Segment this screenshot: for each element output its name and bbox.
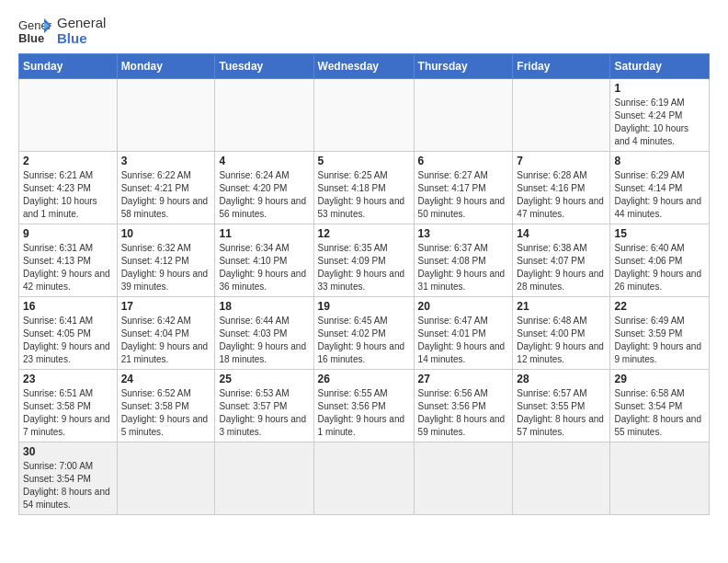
weekday-header-thursday: Thursday [414,54,513,79]
day-info: Sunrise: 6:35 AM Sunset: 4:09 PM Dayligh… [318,242,410,293]
weekday-header-wednesday: Wednesday [313,54,414,79]
day-number: 24 [121,373,211,385]
day-number: 17 [121,300,211,313]
week-row-3: 9Sunrise: 6:31 AM Sunset: 4:13 PM Daylig… [19,224,710,297]
calendar-cell: 9Sunrise: 6:31 AM Sunset: 4:13 PM Daylig… [19,224,118,297]
weekday-header-sunday: Sunday [19,54,118,79]
calendar-cell: 23Sunrise: 6:51 AM Sunset: 3:58 PM Dayli… [19,370,118,442]
day-info: Sunrise: 6:47 AM Sunset: 4:01 PM Dayligh… [418,315,509,366]
calendar-cell [513,442,610,515]
calendar-cell: 17Sunrise: 6:42 AM Sunset: 4:04 PM Dayli… [117,297,215,370]
calendar-cell: 30Sunrise: 7:00 AM Sunset: 3:54 PM Dayli… [19,442,118,515]
day-info: Sunrise: 6:32 AM Sunset: 4:12 PM Dayligh… [121,242,211,293]
calendar-cell: 7Sunrise: 6:28 AM Sunset: 4:16 PM Daylig… [513,152,610,224]
day-number: 30 [23,445,113,458]
day-info: Sunrise: 6:49 AM Sunset: 3:59 PM Dayligh… [614,315,705,366]
calendar-cell: 4Sunrise: 6:24 AM Sunset: 4:20 PM Daylig… [215,152,313,224]
calendar-cell [313,442,414,515]
calendar-cell: 20Sunrise: 6:47 AM Sunset: 4:01 PM Dayli… [414,297,513,370]
calendar-cell: 18Sunrise: 6:44 AM Sunset: 4:03 PM Dayli… [215,297,313,370]
day-info: Sunrise: 6:40 AM Sunset: 4:06 PM Dayligh… [614,242,705,293]
calendar-cell: 28Sunrise: 6:57 AM Sunset: 3:55 PM Dayli… [513,370,610,442]
day-number: 12 [318,227,410,240]
day-info: Sunrise: 6:24 AM Sunset: 4:20 PM Dayligh… [219,169,309,221]
day-info: Sunrise: 6:58 AM Sunset: 3:54 PM Dayligh… [614,387,705,439]
day-number: 2 [23,155,113,167]
day-info: Sunrise: 6:51 AM Sunset: 3:58 PM Dayligh… [23,387,113,439]
calendar-cell: 29Sunrise: 6:58 AM Sunset: 3:54 PM Dayli… [610,370,710,442]
calendar-cell: 19Sunrise: 6:45 AM Sunset: 4:02 PM Dayli… [313,297,414,370]
week-row-4: 16Sunrise: 6:41 AM Sunset: 4:05 PM Dayli… [19,297,710,370]
day-info: Sunrise: 6:45 AM Sunset: 4:02 PM Dayligh… [318,315,410,366]
logo-general: General [57,15,106,30]
calendar-cell: 25Sunrise: 6:53 AM Sunset: 3:57 PM Dayli… [215,370,313,442]
calendar-cell [313,79,414,152]
day-number: 3 [121,155,211,167]
day-number: 1 [614,82,705,95]
calendar-cell [513,79,610,152]
day-info: Sunrise: 6:27 AM Sunset: 4:17 PM Dayligh… [418,169,509,221]
calendar-cell: 26Sunrise: 6:55 AM Sunset: 3:56 PM Dayli… [313,370,414,442]
day-number: 7 [517,155,606,167]
calendar-cell: 6Sunrise: 6:27 AM Sunset: 4:17 PM Daylig… [414,152,513,224]
day-info: Sunrise: 6:57 AM Sunset: 3:55 PM Dayligh… [517,387,606,439]
day-info: Sunrise: 6:44 AM Sunset: 4:03 PM Dayligh… [219,315,309,366]
week-row-6: 30Sunrise: 7:00 AM Sunset: 3:54 PM Dayli… [19,442,710,515]
day-info: Sunrise: 6:28 AM Sunset: 4:16 PM Dayligh… [517,169,606,221]
day-number: 11 [219,227,309,240]
calendar-cell: 12Sunrise: 6:35 AM Sunset: 4:09 PM Dayli… [313,224,414,297]
calendar-cell: 13Sunrise: 6:37 AM Sunset: 4:08 PM Dayli… [414,224,513,297]
calendar-cell: 10Sunrise: 6:32 AM Sunset: 4:12 PM Dayli… [117,224,215,297]
week-row-1: 1Sunrise: 6:19 AM Sunset: 4:24 PM Daylig… [19,79,710,152]
day-info: Sunrise: 6:41 AM Sunset: 4:05 PM Dayligh… [23,315,113,366]
day-info: Sunrise: 6:31 AM Sunset: 4:13 PM Dayligh… [23,242,113,293]
calendar-table: SundayMondayTuesdayWednesdayThursdayFrid… [18,53,710,515]
weekday-header-saturday: Saturday [610,54,710,79]
day-number: 29 [614,373,705,385]
day-info: Sunrise: 6:52 AM Sunset: 3:58 PM Dayligh… [121,387,211,439]
day-info: Sunrise: 6:25 AM Sunset: 4:18 PM Dayligh… [318,169,410,221]
day-info: Sunrise: 6:37 AM Sunset: 4:08 PM Dayligh… [418,242,509,293]
logo-blue: Blue [57,30,106,46]
calendar-cell: 22Sunrise: 6:49 AM Sunset: 3:59 PM Dayli… [610,297,710,370]
day-number: 4 [219,155,309,167]
calendar-cell [414,79,513,152]
calendar-cell: 24Sunrise: 6:52 AM Sunset: 3:58 PM Dayli… [117,370,215,442]
week-row-2: 2Sunrise: 6:21 AM Sunset: 4:23 PM Daylig… [19,152,710,224]
calendar-cell [610,442,710,515]
day-number: 21 [517,300,606,313]
day-info: Sunrise: 6:53 AM Sunset: 3:57 PM Dayligh… [219,387,309,439]
day-number: 26 [318,373,410,385]
day-info: Sunrise: 6:55 AM Sunset: 3:56 PM Dayligh… [318,387,410,439]
calendar-cell: 3Sunrise: 6:22 AM Sunset: 4:21 PM Daylig… [117,152,215,224]
day-info: Sunrise: 6:48 AM Sunset: 4:00 PM Dayligh… [517,315,606,366]
calendar-cell: 8Sunrise: 6:29 AM Sunset: 4:14 PM Daylig… [610,152,710,224]
weekday-header-monday: Monday [117,54,215,79]
day-number: 22 [614,300,705,313]
calendar-cell [414,442,513,515]
weekday-header-row: SundayMondayTuesdayWednesdayThursdayFrid… [19,54,710,79]
day-number: 28 [517,373,606,385]
day-number: 14 [517,227,606,240]
calendar-cell: 21Sunrise: 6:48 AM Sunset: 4:00 PM Dayli… [513,297,610,370]
calendar-cell [117,442,215,515]
day-number: 15 [614,227,705,240]
calendar-cell [215,79,313,152]
calendar-cell: 2Sunrise: 6:21 AM Sunset: 4:23 PM Daylig… [19,152,118,224]
generalblue-logo-icon: General Blue [18,17,51,44]
day-info: Sunrise: 6:19 AM Sunset: 4:24 PM Dayligh… [614,97,705,148]
calendar-cell: 16Sunrise: 6:41 AM Sunset: 4:05 PM Dayli… [19,297,118,370]
day-number: 5 [318,155,410,167]
calendar-cell: 14Sunrise: 6:38 AM Sunset: 4:07 PM Dayli… [513,224,610,297]
week-row-5: 23Sunrise: 6:51 AM Sunset: 3:58 PM Dayli… [19,370,710,442]
day-info: Sunrise: 6:21 AM Sunset: 4:23 PM Dayligh… [23,169,113,221]
day-number: 6 [418,155,509,167]
day-number: 9 [23,227,113,240]
day-number: 16 [23,300,113,313]
day-info: Sunrise: 6:34 AM Sunset: 4:10 PM Dayligh… [219,242,309,293]
day-number: 8 [614,155,705,167]
calendar-cell [19,79,118,152]
day-number: 18 [219,300,309,313]
weekday-header-friday: Friday [513,54,610,79]
calendar-cell [117,79,215,152]
